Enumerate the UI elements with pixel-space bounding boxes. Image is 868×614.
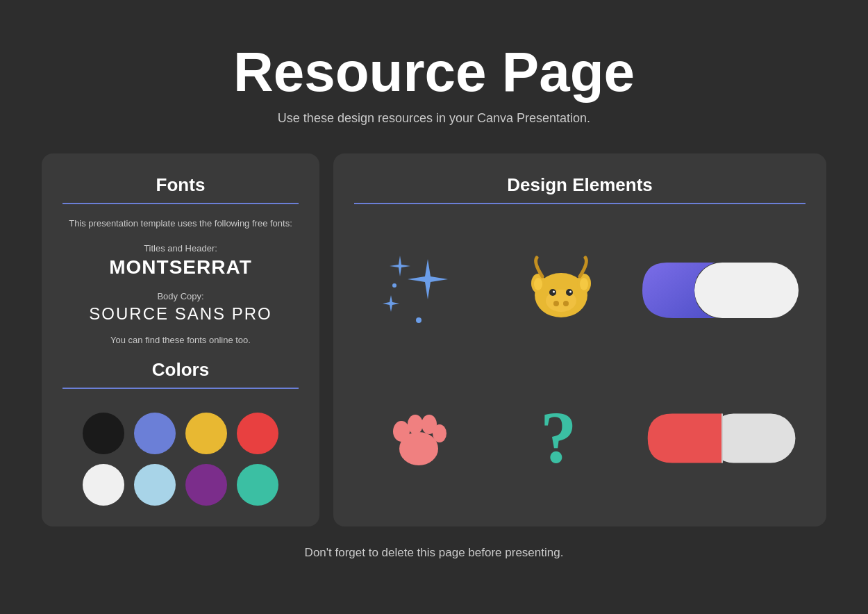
color-light-blue xyxy=(134,464,176,506)
paw-element xyxy=(354,372,483,506)
question-icon: ? xyxy=(533,400,589,476)
label-icon xyxy=(639,256,806,325)
color-purple xyxy=(185,464,227,506)
svg-point-5 xyxy=(534,278,542,290)
svg-point-16 xyxy=(393,421,410,442)
color-red xyxy=(237,413,278,454)
design-elements-title: Design Elements xyxy=(507,174,653,196)
page-header: Resource Page Use these design resources… xyxy=(233,0,635,126)
svg-point-11 xyxy=(566,289,573,296)
svg-rect-14 xyxy=(694,263,799,318)
sparkles-element xyxy=(354,224,483,358)
footer: Don't forget to delete this page before … xyxy=(305,546,564,560)
colors-section: Colors xyxy=(62,359,299,506)
svg-point-12 xyxy=(553,291,555,293)
fonts-online-note: You can find these fonts online too. xyxy=(110,335,251,345)
svg-text:?: ? xyxy=(540,400,577,476)
design-elements-underline xyxy=(354,203,806,204)
svg-point-9 xyxy=(563,301,569,306)
body-font-label: Body Copy: xyxy=(157,291,203,301)
colors-grid xyxy=(83,413,278,506)
colors-underline xyxy=(62,388,299,389)
left-panel: Fonts This presentation template uses th… xyxy=(42,154,319,526)
capsule-element xyxy=(639,372,806,506)
svg-point-1 xyxy=(392,283,397,288)
color-black xyxy=(83,413,124,454)
label-element xyxy=(639,224,806,358)
footer-text: Don't forget to delete this page before … xyxy=(305,546,564,560)
colors-section-title: Colors xyxy=(152,359,209,381)
paw-icon xyxy=(381,400,457,476)
svg-point-13 xyxy=(569,291,571,293)
color-blue xyxy=(134,413,176,454)
question-element: ? xyxy=(496,372,625,506)
svg-point-10 xyxy=(549,289,556,296)
title-font-label: Titles and Header: xyxy=(144,243,217,254)
capsule-icon xyxy=(642,407,802,470)
svg-point-0 xyxy=(416,317,422,323)
svg-point-17 xyxy=(408,415,423,434)
color-yellow xyxy=(185,413,227,454)
svg-point-6 xyxy=(580,278,588,290)
cow-element xyxy=(496,224,625,358)
color-white xyxy=(83,464,124,506)
fonts-section-title: Fonts xyxy=(156,174,206,196)
fonts-underline xyxy=(62,203,299,204)
page-subtitle: Use these design resources in your Canva… xyxy=(233,111,635,126)
cow-icon xyxy=(523,252,599,329)
main-content: Fonts This presentation template uses th… xyxy=(0,154,868,526)
svg-point-8 xyxy=(553,301,559,306)
source-font-name: SOURCE SANS PRO xyxy=(89,304,272,324)
page-title: Resource Page xyxy=(233,42,635,103)
color-teal xyxy=(237,464,278,506)
design-elements-grid: ? xyxy=(354,224,806,506)
sparkles-icon xyxy=(381,252,457,329)
svg-point-19 xyxy=(433,424,446,442)
montserrat-font-name: MONTSERRAT xyxy=(109,256,251,279)
fonts-description: This presentation template uses the foll… xyxy=(69,217,292,231)
right-panel: Design Elements xyxy=(333,154,826,526)
